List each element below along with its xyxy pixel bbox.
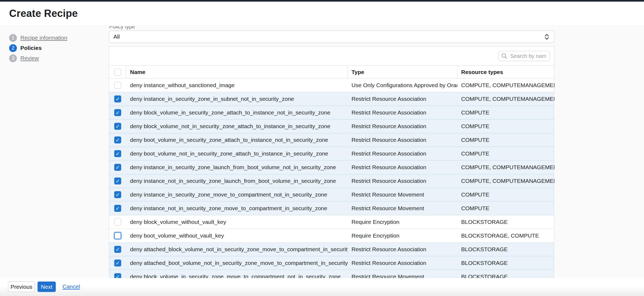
policy-name: deny boot_volume_in_security_zone_attach… [126,133,348,147]
row-checkbox-cell: ✓ [109,174,126,188]
search-input[interactable] [510,53,547,60]
table-row[interactable]: ✓deny boot_volume_in_security_zone_attac… [109,133,554,147]
row-checkbox[interactable]: ✓ [114,136,121,143]
table-row[interactable]: ✓deny instance_in_security_zone_launch_f… [109,161,554,174]
check-icon: ✓ [116,110,120,115]
row-checkbox[interactable] [114,82,121,89]
step-review[interactable]: 3 Review [9,54,67,62]
row-checkbox-cell: ✓ [109,243,126,256]
row-checkbox[interactable] [114,219,121,225]
row-checkbox[interactable]: ✓ [114,191,121,198]
cancel-link[interactable]: Cancel [62,283,80,290]
table-row[interactable]: ✓deny attached_boot_volume_not_in_securi… [109,256,554,270]
policy-name: deny block_volume_in_security_zone_move_… [126,270,348,278]
step-1-label[interactable]: Recipe information [20,35,67,41]
check-icon: ✓ [116,179,120,184]
policy-type: Restrict Resource Association [348,174,457,188]
table-row[interactable]: ✓deny attached_block_volume_not_in_secur… [109,243,554,256]
row-checkbox[interactable]: ✓ [114,273,121,278]
table-toolbar [109,47,554,65]
check-icon: ✓ [116,165,120,170]
row-checkbox[interactable]: ✓ [114,123,121,130]
row-checkbox[interactable]: ✓ [114,205,121,212]
policy-type: Restrict Resource Association [348,147,457,160]
row-checkbox-cell [109,215,126,229]
page-header: Create Recipe [0,2,644,26]
table-row[interactable]: ✓deny instance_not_in_security_zone_laun… [109,174,554,188]
policy-name: deny instance_in_security_zone_move_to_c… [126,188,348,201]
row-checkbox[interactable]: ✓ [114,109,121,116]
policy-type: Restrict Resource Movement [348,270,457,278]
check-icon: ✓ [116,274,120,278]
row-checkbox-cell: ✓ [109,147,126,160]
row-checkbox[interactable]: ✓ [114,95,121,102]
policy-type: Require Encryption [348,229,457,242]
policy-name: deny instance_without_sanctioned_image [126,79,348,92]
policy-type-select[interactable]: All [109,31,554,43]
row-checkbox[interactable]: ✓ [114,260,121,267]
search-box[interactable] [498,51,550,61]
step-3-label[interactable]: Review [20,55,39,61]
policy-resource-types: COMPUTE [457,120,554,133]
table-row[interactable]: ✓deny block_volume_in_security_zone_move… [109,270,554,278]
row-checkbox-cell: ✓ [109,256,126,270]
policy-resource-types: BLOCKSTORAGE [457,215,554,229]
content-area: 1 Recipe information 2 Policies 3 Review… [0,26,644,278]
row-checkbox-cell [109,229,126,242]
page-title: Create Recipe [9,8,78,19]
row-checkbox[interactable]: ✓ [114,150,121,157]
table-row[interactable]: ✓deny instance_in_security_zone_move_to_… [109,188,554,202]
table-row[interactable]: deny instance_without_sanctioned_imageUs… [109,79,554,92]
policy-resource-types: COMPUTE, COMPUTEMANAGEMENT [457,79,554,92]
policy-name: deny block_volume_without_vault_key [126,215,348,229]
check-icon: ✓ [116,138,120,143]
policy-type: Restrict Resource Association [348,133,457,147]
table-row[interactable]: ✓deny boot_volume_not_in_security_zone_a… [109,147,554,161]
policy-name: deny instance_not_in_security_zone_launc… [126,174,348,188]
table-row[interactable]: deny block_volume_without_vault_keyRequi… [109,215,554,229]
row-checkbox-cell: ✓ [109,202,126,215]
step-recipe-information[interactable]: 1 Recipe information [9,34,67,42]
column-header-name: Name [126,66,348,78]
check-icon: ✓ [116,247,120,252]
policy-resource-types: COMPUTE [457,133,554,147]
policy-resource-types: BLOCKSTORAGE [457,243,554,256]
table-row[interactable]: ✓deny instance_in_security_zone_in_subne… [109,92,554,106]
column-header-type: Type [348,66,457,78]
row-checkbox-cell: ✓ [109,270,126,278]
policy-resource-types: BLOCKSTORAGE [457,256,554,270]
policy-resource-types: COMPUTE [457,147,554,160]
policy-name: deny block_volume_in_security_zone_attac… [126,106,348,119]
row-checkbox-cell [109,79,126,92]
wizard-steps: 1 Recipe information 2 Policies 3 Review [9,34,67,64]
policy-name: deny attached_boot_volume_not_in_securit… [126,256,348,270]
select-all-checkbox[interactable] [114,69,121,76]
row-checkbox-cell: ✓ [109,161,126,174]
table-row[interactable]: ✓deny block_volume_not_in_security_zone_… [109,120,554,133]
next-button[interactable]: Next [38,282,56,292]
row-checkbox-cell: ✓ [109,133,126,147]
row-checkbox[interactable] [114,232,121,239]
policy-resource-types: COMPUTE, COMPUTEMANAGEMENT [457,174,554,188]
step-policies: 2 Policies [9,44,67,52]
row-checkbox[interactable]: ✓ [114,246,121,253]
row-checkbox[interactable]: ✓ [114,164,121,171]
search-icon [501,53,508,59]
previous-button[interactable]: Previous [8,282,35,292]
table-row[interactable]: ✓deny block_volume_in_security_zone_atta… [109,106,554,120]
check-icon: ✓ [116,206,120,211]
row-checkbox[interactable]: ✓ [114,177,121,184]
policy-name: deny instance_in_security_zone_launch_fr… [126,161,348,174]
policy-name: deny instance_not_in_security_zone_move_… [126,202,348,215]
check-icon: ✓ [116,124,120,129]
check-icon: ✓ [116,97,120,102]
table-row[interactable]: ✓deny instance_not_in_security_zone_move… [109,202,554,215]
policy-type: Restrict Resource Association [348,92,457,106]
footer-action-bar: Previous Next Cancel [0,278,644,296]
policy-name: deny attached_block_volume_not_in_securi… [126,243,348,256]
policy-type: Use Only Configurations Approved by Orac… [348,79,457,92]
table-row[interactable]: deny boot_volume_without_vault_keyRequir… [109,229,554,243]
policy-resource-types: BLOCKSTORAGE [457,270,554,278]
policy-type: Restrict Resource Association [348,106,457,119]
chevron-updown-icon [544,33,550,40]
